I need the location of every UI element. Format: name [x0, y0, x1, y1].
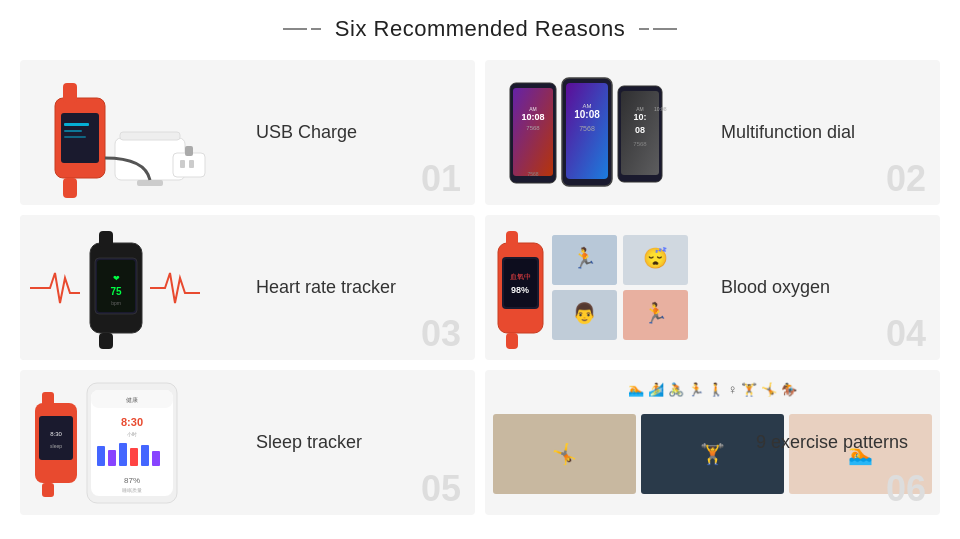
card-4-number: 04 [886, 316, 926, 352]
svg-rect-13 [189, 160, 194, 168]
svg-text:10:08: 10:08 [574, 109, 600, 120]
svg-text:❤: ❤ [113, 274, 120, 283]
card-blood-oxygen: 血氧中 98% 🏃 😴 👨 [485, 215, 940, 360]
svg-rect-64 [39, 416, 73, 460]
svg-text:7568: 7568 [527, 171, 538, 177]
svg-text:7568: 7568 [579, 125, 595, 132]
svg-text:AM: AM [529, 106, 537, 112]
cycle-icon: 🚴 [668, 382, 684, 397]
usb-charge-svg [25, 68, 235, 198]
svg-text:睡眠质量: 睡眠质量 [122, 487, 142, 493]
card-3-number: 03 [421, 316, 461, 352]
section-title: Six Recommended Reasons [335, 16, 625, 42]
svg-text:10:08: 10:08 [521, 112, 544, 122]
svg-text:👨: 👨 [572, 301, 597, 325]
svg-text:08: 08 [635, 125, 645, 135]
card-usb-charge: USB Charge 01 [20, 60, 475, 205]
svg-rect-9 [64, 136, 86, 138]
blood-oxygen-svg: 血氧中 98% 🏃 😴 👨 [490, 223, 700, 353]
run-icon: 🏃 [688, 382, 704, 397]
card-4-image: 血氧中 98% 🏃 😴 👨 [485, 215, 705, 360]
svg-rect-77 [141, 445, 149, 466]
svg-text:🏃: 🏃 [572, 246, 597, 270]
svg-text:😴: 😴 [643, 246, 668, 270]
svg-rect-63 [42, 483, 54, 497]
walk-icon: 🚶 [708, 382, 724, 397]
svg-rect-78 [152, 451, 160, 466]
card-3-image: ❤ 75 bpm [20, 215, 240, 360]
card-2-number: 02 [886, 161, 926, 197]
svg-rect-74 [108, 450, 116, 466]
card-6-number: 06 [886, 471, 926, 507]
svg-rect-18 [513, 88, 553, 176]
card-sleep-tracker: 8:30 sleep 健康 8:30 小时 [20, 370, 475, 515]
svg-text:10:: 10: [633, 112, 646, 122]
svg-rect-4 [63, 83, 77, 103]
card-1-label: USB Charge [256, 122, 357, 143]
svg-text:7568: 7568 [526, 125, 540, 131]
svg-rect-46 [506, 231, 518, 247]
svg-text:🏃: 🏃 [643, 301, 668, 325]
card-4-label: Blood oxygen [721, 277, 830, 298]
svg-text:健康: 健康 [126, 396, 138, 403]
svg-rect-12 [180, 160, 185, 168]
svg-text:AM: AM [636, 106, 644, 112]
svg-rect-62 [42, 392, 54, 406]
section-header: Six Recommended Reasons [20, 16, 940, 42]
svg-rect-1 [120, 132, 180, 140]
svg-rect-75 [119, 443, 127, 466]
page-wrapper: Six Recommended Reasons [0, 0, 960, 535]
svg-text:bpm: bpm [111, 300, 121, 306]
card-1-image [20, 60, 240, 205]
card-2-image: 10:08 AM [485, 60, 705, 205]
svg-text:血氧中: 血氧中 [510, 273, 531, 280]
svg-rect-76 [130, 448, 138, 466]
svg-rect-5 [63, 178, 77, 198]
card-2-text: Multifunction dial [705, 122, 940, 143]
card-1-text: USB Charge [240, 122, 475, 143]
svg-rect-47 [506, 333, 518, 349]
svg-text:10:08: 10:08 [654, 106, 667, 112]
card-6-label: 9 exercise patterns [756, 432, 908, 453]
svg-text:8:30: 8:30 [50, 431, 62, 437]
multifunction-svg: 10:08 AM [490, 68, 700, 198]
card-3-text: Heart rate tracker [240, 277, 475, 298]
svg-text:7568: 7568 [633, 141, 647, 147]
card-5-number: 05 [421, 471, 461, 507]
card-5-label: Sleep tracker [256, 432, 362, 453]
svg-text:98%: 98% [511, 285, 529, 295]
svg-rect-11 [185, 146, 193, 156]
card-multifunction: 10:08 AM [485, 60, 940, 205]
card-5-image: 8:30 sleep 健康 8:30 小时 [20, 370, 240, 515]
heart-rate-svg: ❤ 75 bpm [25, 223, 235, 353]
swim-icon: 🏊 [628, 382, 644, 397]
svg-rect-38 [99, 231, 113, 247]
reasons-grid: USB Charge 01 10:08 AM [20, 60, 940, 515]
svg-rect-73 [97, 446, 105, 466]
svg-text:87%: 87% [124, 476, 140, 485]
svg-rect-7 [64, 123, 89, 126]
sleep-tracker-svg: 8:30 sleep 健康 8:30 小时 [25, 378, 235, 508]
svg-text:75: 75 [110, 286, 122, 297]
svg-text:小时: 小时 [127, 431, 137, 437]
card-1-number: 01 [421, 161, 461, 197]
svg-text:8:30: 8:30 [121, 416, 143, 428]
surf-icon: 🏄 [648, 382, 664, 397]
card-exercise-patterns: 🏊 🏄 🚴 🏃 🚶 ♀ 🏋 🤸 🏇 🤸 🏋 🏊 [485, 370, 940, 515]
card-2-label: Multifunction dial [721, 122, 855, 143]
svg-text:sleep: sleep [50, 443, 62, 449]
card-3-label: Heart rate tracker [256, 277, 396, 298]
female-icon: ♀ [728, 382, 738, 397]
svg-rect-49 [504, 259, 537, 307]
svg-rect-2 [137, 180, 163, 186]
svg-rect-39 [99, 333, 113, 349]
card-heart-rate: ❤ 75 bpm Heart rate tracker 03 [20, 215, 475, 360]
card-5-text: Sleep tracker [240, 432, 475, 453]
svg-rect-8 [64, 130, 82, 132]
card-4-text: Blood oxygen [705, 277, 940, 298]
svg-text:AM: AM [583, 103, 592, 109]
